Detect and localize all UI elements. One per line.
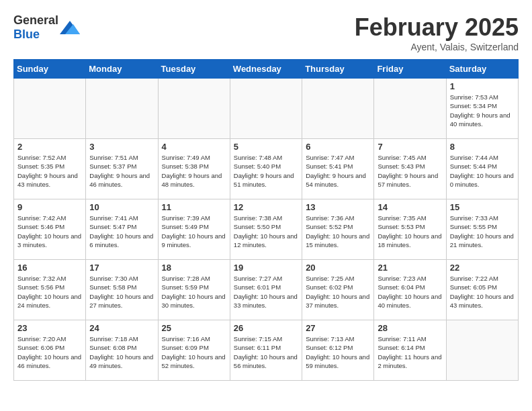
day-info: Sunrise: 7:51 AM Sunset: 5:37 PM Dayligh… bbox=[89, 153, 154, 189]
calendar-cell: 7Sunrise: 7:45 AM Sunset: 5:43 PM Daylig… bbox=[374, 139, 446, 199]
day-info: Sunrise: 7:49 AM Sunset: 5:38 PM Dayligh… bbox=[162, 153, 226, 189]
day-number: 28 bbox=[378, 323, 442, 333]
calendar-cell: 3Sunrise: 7:51 AM Sunset: 5:37 PM Daylig… bbox=[86, 139, 158, 199]
day-number: 20 bbox=[306, 263, 370, 273]
day-number: 5 bbox=[234, 142, 298, 152]
calendar-cell: 15Sunrise: 7:33 AM Sunset: 5:55 PM Dayli… bbox=[446, 199, 518, 260]
day-info: Sunrise: 7:48 AM Sunset: 5:40 PM Dayligh… bbox=[234, 153, 298, 189]
location-subtitle: Ayent, Valais, Switzerland bbox=[355, 42, 519, 52]
title-area: February 2025 Ayent, Valais, Switzerland bbox=[355, 13, 519, 52]
logo: General Blue bbox=[13, 13, 80, 42]
calendar-header: SundayMondayTuesdayWednesdayThursdayFrid… bbox=[14, 60, 519, 79]
day-number: 22 bbox=[450, 263, 515, 273]
day-info: Sunrise: 7:32 AM Sunset: 5:56 PM Dayligh… bbox=[17, 274, 82, 310]
calendar-cell bbox=[14, 79, 86, 139]
day-of-week-header: Friday bbox=[374, 60, 446, 79]
logo-blue: Blue bbox=[13, 28, 40, 41]
calendar-cell: 9Sunrise: 7:42 AM Sunset: 5:46 PM Daylig… bbox=[14, 199, 86, 260]
calendar-cell: 28Sunrise: 7:11 AM Sunset: 6:14 PM Dayli… bbox=[374, 320, 446, 381]
calendar-cell: 14Sunrise: 7:35 AM Sunset: 5:53 PM Dayli… bbox=[374, 199, 446, 260]
calendar-table: SundayMondayTuesdayWednesdayThursdayFrid… bbox=[13, 59, 519, 381]
day-info: Sunrise: 7:18 AM Sunset: 6:08 PM Dayligh… bbox=[89, 334, 154, 370]
day-number: 7 bbox=[378, 142, 442, 152]
day-number: 18 bbox=[162, 263, 226, 273]
day-info: Sunrise: 7:42 AM Sunset: 5:46 PM Dayligh… bbox=[17, 214, 82, 249]
day-number: 25 bbox=[162, 323, 226, 333]
logo-text: General Blue bbox=[13, 13, 58, 42]
day-of-week-header: Monday bbox=[86, 60, 158, 79]
day-number: 24 bbox=[89, 323, 154, 333]
month-year-title: February 2025 bbox=[355, 13, 519, 42]
day-info: Sunrise: 7:25 AM Sunset: 6:02 PM Dayligh… bbox=[306, 274, 370, 310]
calendar-cell: 13Sunrise: 7:36 AM Sunset: 5:52 PM Dayli… bbox=[302, 199, 374, 260]
calendar-cell: 26Sunrise: 7:15 AM Sunset: 6:11 PM Dayli… bbox=[230, 320, 302, 381]
day-number: 27 bbox=[306, 323, 370, 333]
day-info: Sunrise: 7:20 AM Sunset: 6:06 PM Dayligh… bbox=[17, 334, 82, 370]
calendar-cell: 10Sunrise: 7:41 AM Sunset: 5:47 PM Dayli… bbox=[86, 199, 158, 260]
calendar-cell: 8Sunrise: 7:44 AM Sunset: 5:44 PM Daylig… bbox=[446, 139, 518, 199]
calendar-cell: 16Sunrise: 7:32 AM Sunset: 5:56 PM Dayli… bbox=[14, 260, 86, 320]
day-info: Sunrise: 7:23 AM Sunset: 6:04 PM Dayligh… bbox=[378, 274, 442, 310]
day-info: Sunrise: 7:41 AM Sunset: 5:47 PM Dayligh… bbox=[89, 214, 154, 249]
day-number: 16 bbox=[17, 263, 82, 273]
day-info: Sunrise: 7:33 AM Sunset: 5:55 PM Dayligh… bbox=[450, 214, 515, 249]
calendar-cell bbox=[302, 79, 374, 139]
calendar-cell: 20Sunrise: 7:25 AM Sunset: 6:02 PM Dayli… bbox=[302, 260, 374, 320]
day-number: 9 bbox=[17, 202, 82, 212]
calendar-cell bbox=[374, 79, 446, 139]
calendar-cell: 6Sunrise: 7:47 AM Sunset: 5:41 PM Daylig… bbox=[302, 139, 374, 199]
day-number: 14 bbox=[378, 202, 442, 212]
day-info: Sunrise: 7:15 AM Sunset: 6:11 PM Dayligh… bbox=[234, 334, 298, 370]
day-number: 17 bbox=[89, 263, 154, 273]
day-info: Sunrise: 7:44 AM Sunset: 5:44 PM Dayligh… bbox=[450, 153, 515, 189]
logo-icon bbox=[60, 21, 80, 34]
day-of-week-header: Wednesday bbox=[230, 60, 302, 79]
calendar-cell: 2Sunrise: 7:52 AM Sunset: 5:35 PM Daylig… bbox=[14, 139, 86, 199]
calendar-cell: 18Sunrise: 7:28 AM Sunset: 5:59 PM Dayli… bbox=[158, 260, 230, 320]
day-number: 19 bbox=[234, 263, 298, 273]
day-number: 8 bbox=[450, 142, 515, 152]
calendar-cell: 12Sunrise: 7:38 AM Sunset: 5:50 PM Dayli… bbox=[230, 199, 302, 260]
calendar-week-row: 1Sunrise: 7:53 AM Sunset: 5:34 PM Daylig… bbox=[14, 79, 519, 139]
calendar-cell: 19Sunrise: 7:27 AM Sunset: 6:01 PM Dayli… bbox=[230, 260, 302, 320]
day-number: 23 bbox=[17, 323, 82, 333]
calendar-cell: 4Sunrise: 7:49 AM Sunset: 5:38 PM Daylig… bbox=[158, 139, 230, 199]
day-info: Sunrise: 7:28 AM Sunset: 5:59 PM Dayligh… bbox=[162, 274, 226, 310]
calendar-cell: 1Sunrise: 7:53 AM Sunset: 5:34 PM Daylig… bbox=[446, 79, 518, 139]
calendar-week-row: 16Sunrise: 7:32 AM Sunset: 5:56 PM Dayli… bbox=[14, 260, 519, 320]
day-number: 6 bbox=[306, 142, 370, 152]
day-info: Sunrise: 7:53 AM Sunset: 5:34 PM Dayligh… bbox=[450, 93, 515, 128]
day-number: 11 bbox=[162, 202, 226, 212]
calendar-cell: 25Sunrise: 7:16 AM Sunset: 6:09 PM Dayli… bbox=[158, 320, 230, 381]
calendar-cell bbox=[446, 320, 518, 381]
calendar-cell: 24Sunrise: 7:18 AM Sunset: 6:08 PM Dayli… bbox=[86, 320, 158, 381]
day-number: 13 bbox=[306, 202, 370, 212]
calendar-cell: 27Sunrise: 7:13 AM Sunset: 6:12 PM Dayli… bbox=[302, 320, 374, 381]
calendar-week-row: 23Sunrise: 7:20 AM Sunset: 6:06 PM Dayli… bbox=[14, 320, 519, 381]
day-number: 4 bbox=[162, 142, 226, 152]
day-of-week-header: Sunday bbox=[14, 60, 86, 79]
day-info: Sunrise: 7:36 AM Sunset: 5:52 PM Dayligh… bbox=[306, 214, 370, 249]
calendar-week-row: 9Sunrise: 7:42 AM Sunset: 5:46 PM Daylig… bbox=[14, 199, 519, 260]
calendar-cell bbox=[86, 79, 158, 139]
calendar-cell: 11Sunrise: 7:39 AM Sunset: 5:49 PM Dayli… bbox=[158, 199, 230, 260]
day-info: Sunrise: 7:52 AM Sunset: 5:35 PM Dayligh… bbox=[17, 153, 82, 189]
logo-general: General bbox=[13, 13, 58, 27]
calendar-cell: 22Sunrise: 7:22 AM Sunset: 6:05 PM Dayli… bbox=[446, 260, 518, 320]
calendar-cell bbox=[230, 79, 302, 139]
day-info: Sunrise: 7:16 AM Sunset: 6:09 PM Dayligh… bbox=[162, 334, 226, 370]
calendar-body: 1Sunrise: 7:53 AM Sunset: 5:34 PM Daylig… bbox=[14, 79, 519, 381]
day-info: Sunrise: 7:27 AM Sunset: 6:01 PM Dayligh… bbox=[234, 274, 298, 310]
day-info: Sunrise: 7:39 AM Sunset: 5:49 PM Dayligh… bbox=[162, 214, 226, 249]
calendar-cell: 21Sunrise: 7:23 AM Sunset: 6:04 PM Dayli… bbox=[374, 260, 446, 320]
day-number: 12 bbox=[234, 202, 298, 212]
day-info: Sunrise: 7:11 AM Sunset: 6:14 PM Dayligh… bbox=[378, 334, 442, 370]
day-number: 26 bbox=[234, 323, 298, 333]
day-info: Sunrise: 7:38 AM Sunset: 5:50 PM Dayligh… bbox=[234, 214, 298, 249]
calendar-cell: 5Sunrise: 7:48 AM Sunset: 5:40 PM Daylig… bbox=[230, 139, 302, 199]
day-of-week-header: Thursday bbox=[302, 60, 374, 79]
calendar-cell: 17Sunrise: 7:30 AM Sunset: 5:58 PM Dayli… bbox=[86, 260, 158, 320]
day-number: 10 bbox=[89, 202, 154, 212]
header: General Blue February 2025 Ayent, Valais… bbox=[13, 13, 519, 52]
day-number: 2 bbox=[17, 142, 82, 152]
